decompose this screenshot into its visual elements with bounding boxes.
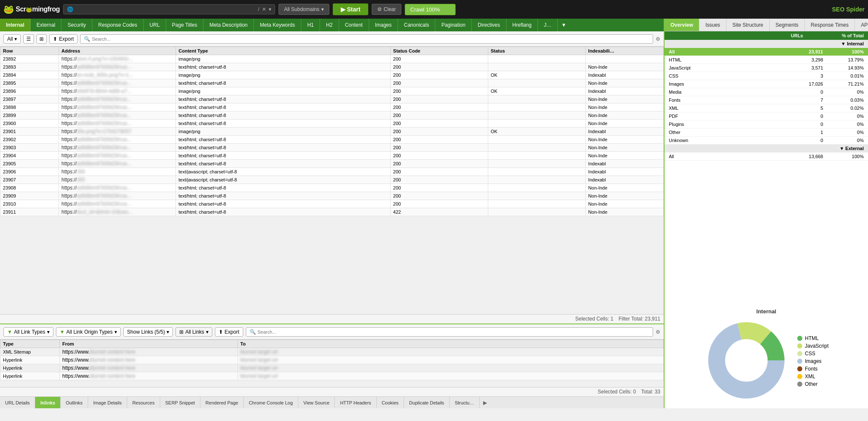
link-types-dropdown[interactable]: ▼ All Link Types ▾ (3, 327, 53, 337)
tab-serp-snippet[interactable]: SERP Snippet (160, 397, 200, 408)
clear-button[interactable]: ⚙ Clear (372, 4, 401, 15)
nav-tab-hreflang[interactable]: Hreflang (506, 19, 538, 31)
table-row[interactable]: 23906 https://J66 text/javascript; chars… (0, 168, 664, 176)
nav-tab-url[interactable]: URL (144, 19, 166, 31)
bottom-export-button[interactable]: ⬆ Export (215, 327, 243, 337)
nav-tab-h1[interactable]: H1 (301, 19, 320, 31)
table-row[interactable]: 23902 https://adfd8bm97b5fd29/cus... tex… (0, 136, 664, 144)
overview-row-external[interactable]: All 13,668 100% (665, 153, 868, 161)
overview-row[interactable]: XML 5 0.02% (665, 104, 868, 112)
overview-row[interactable]: JavaScript 3,571 14.93% (665, 64, 868, 72)
nav-tab-meta-description[interactable]: Meta Description (203, 19, 254, 31)
subdomains-dropdown[interactable]: All Subdomains ▾ (278, 4, 329, 15)
bottom-settings-icon[interactable]: ⚙ (656, 329, 660, 335)
tab-response-times[interactable]: Response Times (805, 19, 855, 31)
bottom-table-row[interactable]: Hyperlink https://www.blurred content he… (0, 372, 664, 380)
table-row[interactable]: 23904 https://adfd8bm97b5fd29/cus... tex… (0, 152, 664, 160)
nav-tab-page-titles[interactable]: Page Titles (166, 19, 203, 31)
tab-view-source[interactable]: View Source (298, 397, 335, 408)
view-tree-btn[interactable]: ⊞ (36, 34, 47, 44)
table-row[interactable]: 23900 https://adfd8bm97b5fd29/cus... tex… (0, 120, 664, 128)
nav-tab-internal[interactable]: Internal (0, 19, 31, 31)
tab-api[interactable]: API (855, 19, 868, 31)
all-links-dropdown[interactable]: ⊞ All Links ▾ (175, 327, 212, 337)
show-links-dropdown[interactable]: Show Links (5/5) ▾ (123, 327, 173, 337)
table-row[interactable]: 23901 https://00x.png?v=1704278057 image… (0, 128, 664, 136)
nav-tab-directives[interactable]: Directives (472, 19, 506, 31)
nav-tab-security[interactable]: Security (61, 19, 92, 31)
tab-resources[interactable]: Resources (127, 397, 160, 408)
nav-tab-external[interactable]: External (31, 19, 61, 31)
table-row[interactable]: 23897 https://adfd8bm97b5fd29/cus... tex… (0, 95, 664, 103)
nav-tab-content[interactable]: Content (339, 19, 369, 31)
table-row[interactable]: 23896 https://e9d978-8844-4d86-a7... ima… (0, 87, 664, 95)
tab-chrome-console[interactable]: Chrome Console Log (244, 397, 298, 408)
settings-icon[interactable]: ⚙ (656, 36, 660, 42)
overview-cell-label: Images (665, 80, 787, 88)
tab-issues[interactable]: Issues (699, 19, 726, 31)
nav-tab-images[interactable]: Images (369, 19, 398, 31)
overview-row[interactable]: Unknown 0 0% (665, 137, 868, 145)
nav-tab-meta-keywords[interactable]: Meta Keywords (254, 19, 301, 31)
overview-row[interactable]: Other 1 0% (665, 128, 868, 137)
overview-row[interactable]: Plugins 0 0% (665, 120, 868, 128)
section-header-internal[interactable]: ▼ Internal (665, 40, 868, 48)
url-input[interactable]: https://www. (76, 6, 256, 12)
tab-structu[interactable]: Structu… (450, 397, 480, 408)
table-row[interactable]: 23895 https://adfd8bm97b5fd29/cus... tex… (0, 79, 664, 87)
overview-row[interactable]: Media 0 0% (665, 88, 868, 96)
search-input[interactable] (92, 36, 649, 42)
table-row[interactable]: 23903 https://adfd8bm97b5fd29/cus... tex… (0, 144, 664, 152)
table-row[interactable]: 23905 https://adfd8bm97b5fd29/cus... tex… (0, 160, 664, 168)
table-row[interactable]: 23899 https://adfd8bm97b5fd29/cus... tex… (0, 112, 664, 120)
tab-image-details[interactable]: Image Details (88, 397, 127, 408)
overview-row[interactable]: Images 17,026 71.21% (665, 80, 868, 88)
tab-rendered-page[interactable]: Rendered Page (200, 397, 244, 408)
tab-overview[interactable]: Overview (665, 19, 699, 31)
tab-url-details[interactable]: URL Details (0, 397, 35, 408)
table-row[interactable]: 23909 https://adfd8bm97b5fd29/cus... tex… (0, 192, 664, 200)
tab-segments[interactable]: Segments (770, 19, 805, 31)
filter-all-dropdown[interactable]: All ▾ (3, 34, 21, 44)
overview-row[interactable]: PDF 0 0% (665, 112, 868, 120)
nav-tab-h2[interactable]: H2 (320, 19, 339, 31)
nav-tab-more[interactable]: J… (538, 19, 558, 31)
table-row[interactable]: 23910 https://adfd8bm97b5fd29/cus... tex… (0, 200, 664, 208)
tab-outlinks[interactable]: Outlinks (61, 397, 88, 408)
table-row[interactable]: 23907 https://J65 text/javascript; chars… (0, 176, 664, 184)
overview-row[interactable]: Fonts 7 0.03% (665, 96, 868, 104)
section-label-external: ▼ External (665, 145, 868, 153)
table-row[interactable]: 23893 https://adfd8bm97b5fd29/cus... tex… (0, 63, 664, 71)
crawl-button[interactable]: Crawl 100% (405, 4, 456, 15)
link-origin-dropdown[interactable]: ▼ All Link Origin Types ▾ (56, 327, 121, 337)
tab-inlinks[interactable]: Inlinks (35, 397, 61, 408)
overview-row[interactable]: CSS 3 0.01% (665, 72, 868, 80)
url-clear-icon[interactable]: ✕ (262, 6, 266, 12)
bottom-table-row[interactable]: Hyperlink https://www.blurred content he… (0, 356, 664, 364)
tab-overflow-icon[interactable]: ▶ (480, 397, 490, 408)
bottom-table-row[interactable]: Hyperlink https://www.blurred content he… (0, 364, 664, 372)
url-dropdown-icon[interactable]: ▾ (269, 6, 271, 12)
tab-http-headers[interactable]: HTTP Headers (335, 397, 376, 408)
table-row[interactable]: 23892 https://ision.fi.png?v=100493c... … (0, 55, 664, 63)
overview-row[interactable]: All 23,911 100% (665, 48, 868, 56)
section-header-external[interactable]: ▼ External (665, 145, 868, 153)
overview-col-urls: URLs (787, 31, 827, 40)
table-row[interactable]: 23894 https://en-mob_800x.png?v=1... ima… (0, 71, 664, 79)
table-row[interactable]: 23898 https://adfd8bm97b5fd29/cus... tex… (0, 103, 664, 112)
overview-row[interactable]: HTML 3,298 13.79% (665, 56, 868, 64)
table-row[interactable]: 23908 https://adfd8bm97b5fd29/cus... tex… (0, 184, 664, 192)
start-button[interactable]: ▶ Start (333, 3, 369, 15)
tab-duplicate-details[interactable]: Duplicate Details (404, 397, 450, 408)
view-list-btn[interactable]: ☰ (23, 34, 34, 44)
bottom-search-input[interactable] (258, 329, 649, 335)
table-row[interactable]: 23911 https://duct_id=&limit=10&sec... t… (0, 208, 664, 216)
nav-tab-overflow[interactable]: ▼ (558, 19, 570, 31)
export-button[interactable]: ⬆ Export (49, 34, 78, 44)
nav-tab-canonicals[interactable]: Canonicals (398, 19, 435, 31)
tab-cookies[interactable]: Cookies (377, 397, 404, 408)
nav-tab-response-codes[interactable]: Response Codes (92, 19, 144, 31)
tab-site-structure[interactable]: Site Structure (726, 19, 770, 31)
nav-tab-pagination[interactable]: Pagination (435, 19, 472, 31)
bottom-table-row[interactable]: XML Sitemap https://www.blurred content … (0, 348, 664, 356)
